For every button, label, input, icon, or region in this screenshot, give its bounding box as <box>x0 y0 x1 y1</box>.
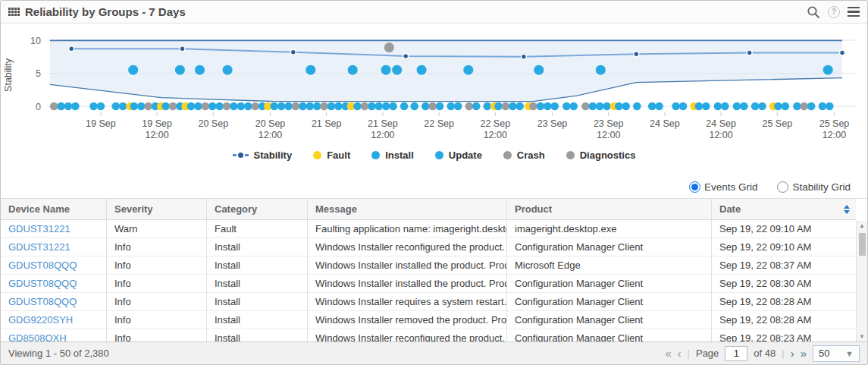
device-link[interactable]: GDUST31221 <box>8 241 71 253</box>
viewing-status: Viewing 1 - 50 of 2,380 <box>8 348 109 359</box>
page-size-value: 50 <box>819 348 829 359</box>
reliability-chart: 0510Stability19 Sep19 Sep12:0020 Sep20 S… <box>1 28 861 142</box>
svg-text:21 Sep: 21 Sep <box>312 118 342 129</box>
help-icon[interactable]: ? <box>828 6 840 18</box>
stability-line-icon <box>233 153 249 158</box>
device-link[interactable]: GDUST08QQQ <box>8 260 77 271</box>
device-link[interactable]: GDG9220SYH <box>8 314 73 326</box>
device-link[interactable]: GDUST08QQQ <box>8 296 77 307</box>
table-body: GDUST31221WarnFaultFaulting application … <box>1 220 867 341</box>
column-header-message[interactable]: Message <box>308 199 507 220</box>
last-page-button[interactable]: » <box>801 348 807 359</box>
sort-icon[interactable] <box>844 205 850 214</box>
cell-device[interactable]: GDUST08QQQ <box>1 256 107 275</box>
svg-text:23 Sep: 23 Sep <box>594 118 624 129</box>
cell-category: Install <box>207 311 308 329</box>
page-size-select[interactable]: 50 ▼ <box>813 345 860 362</box>
table-footer: Viewing 1 - 50 of 2,380 « ‹ | Page of 48… <box>1 341 867 364</box>
legend-item-diagnostics[interactable]: Diagnostics <box>566 149 636 161</box>
cell-severity: Info <box>107 329 207 341</box>
table-row[interactable]: GD8508QXHInfoInstallWindows Installer re… <box>1 329 856 341</box>
widget-header: Reliability by Groups - 7 Days ? <box>1 1 867 24</box>
cell-device[interactable]: GD8508QXH <box>1 329 107 341</box>
scrollbar-thumb[interactable] <box>859 233 866 256</box>
legend-label: Update <box>449 149 482 161</box>
next-page-button[interactable]: › <box>791 348 794 359</box>
cell-category: Fault <box>207 220 308 238</box>
cell-date: Sep 19, 22 08:30 AM <box>712 275 856 293</box>
column-header-severity[interactable]: Severity <box>107 199 207 220</box>
cell-severity: Info <box>107 256 207 275</box>
svg-text:24 Sep: 24 Sep <box>706 118 736 129</box>
legend-label: Stability <box>254 149 293 161</box>
page-label: Page <box>696 348 719 359</box>
svg-text:22 Sep: 22 Sep <box>424 118 454 129</box>
crash-dot-icon <box>503 151 512 159</box>
device-link[interactable]: GD8508QXH <box>8 332 67 341</box>
table-header: Device NameSeverityCategoryMessageProduc… <box>1 199 867 220</box>
svg-text:12:00: 12:00 <box>259 130 282 140</box>
table-row[interactable]: GDUST08QQQInfoInstallWindows Installer r… <box>1 293 856 311</box>
table-row[interactable]: GDUST31221InfoInstallWindows Installer r… <box>1 238 856 256</box>
legend-item-crash[interactable]: Crash <box>503 149 545 161</box>
chart-section: 0510Stability19 Sep19 Sep12:0020 Sep20 S… <box>1 24 867 166</box>
column-header-product[interactable]: Product <box>507 199 712 220</box>
svg-text:22 Sep: 22 Sep <box>480 118 510 129</box>
legend-item-update[interactable]: Update <box>435 149 482 161</box>
svg-text:23 Sep: 23 Sep <box>537 118 568 129</box>
cell-device[interactable]: GDG9220SYH <box>1 311 107 329</box>
cell-product: imageright.desktop.exe <box>507 220 712 238</box>
svg-text:20 Sep: 20 Sep <box>198 118 228 129</box>
legend-label: Install <box>385 149 414 161</box>
grid-icon <box>8 8 20 16</box>
column-header-date[interactable]: Date <box>712 199 856 220</box>
vertical-scrollbar[interactable]: ▲ ▼ <box>856 221 867 341</box>
prev-page-button[interactable]: ‹ <box>678 348 682 359</box>
cell-severity: Info <box>107 293 207 311</box>
cell-severity: Info <box>107 311 207 329</box>
cell-message: Faulting application name: imageright.de… <box>308 220 507 238</box>
svg-text:12:00: 12:00 <box>484 130 507 140</box>
cell-device[interactable]: GDUST08QQQ <box>1 293 107 311</box>
cell-date: Sep 19, 22 08:28 AM <box>712 293 856 311</box>
scroll-down-icon[interactable]: ▼ <box>859 332 865 341</box>
menu-icon[interactable] <box>848 7 860 17</box>
cell-date: Sep 19, 22 08:37 AM <box>712 256 856 275</box>
cell-product: Configuration Manager Client <box>507 275 712 293</box>
page-number-input[interactable] <box>725 346 747 361</box>
cell-device[interactable]: GDUST08QQQ <box>1 275 107 293</box>
cell-severity: Info <box>107 275 207 293</box>
stability-grid-radio[interactable]: Stability Grid <box>777 176 851 198</box>
search-icon[interactable] <box>807 5 820 19</box>
radio-selected-icon[interactable] <box>689 181 700 193</box>
first-page-button[interactable]: « <box>665 348 671 359</box>
cell-product: Configuration Manager Client <box>507 311 712 329</box>
table-row[interactable]: GDUST08QQQInfoInstallWindows Installer i… <box>1 275 856 293</box>
cell-product: Configuration Manager Client <box>507 238 712 256</box>
scroll-up-icon[interactable]: ▲ <box>859 221 865 231</box>
svg-text:5: 5 <box>36 68 41 79</box>
legend-item-stability[interactable]: Stability <box>233 149 293 161</box>
svg-text:24 Sep: 24 Sep <box>650 118 680 129</box>
cell-message: Windows Installer reconfigured the produ… <box>308 238 507 256</box>
table-row[interactable]: GDUST31221WarnFaultFaulting application … <box>1 220 856 238</box>
events-grid-radio[interactable]: Events Grid <box>689 176 758 198</box>
diagnostics-dot-icon <box>566 151 575 159</box>
svg-text:12:00: 12:00 <box>597 130 620 140</box>
device-link[interactable]: GDUST08QQQ <box>8 278 77 289</box>
legend-item-fault[interactable]: Fault <box>313 149 350 161</box>
cell-message: Windows Installer requires a system rest… <box>308 293 507 311</box>
device-link[interactable]: GDUST31221 <box>8 223 71 234</box>
column-header-category[interactable]: Category <box>207 199 308 220</box>
events-grid-label: Events Grid <box>704 181 758 193</box>
column-header-device-name[interactable]: Device Name <box>1 199 107 220</box>
cell-device[interactable]: GDUST31221 <box>1 220 107 238</box>
legend-item-install[interactable]: Install <box>371 149 414 161</box>
cell-device[interactable]: GDUST31221 <box>1 238 107 256</box>
svg-text:12:00: 12:00 <box>145 130 168 140</box>
table-row[interactable]: GDUST08QQQInfoInstallWindows Installer i… <box>1 256 856 275</box>
cell-date: Sep 19, 22 08:23 AM <box>712 329 856 341</box>
svg-text:0: 0 <box>36 102 41 112</box>
table-row[interactable]: GDG9220SYHInfoInstallWindows Installer r… <box>1 311 856 329</box>
radio-unselected-icon[interactable] <box>777 181 788 193</box>
